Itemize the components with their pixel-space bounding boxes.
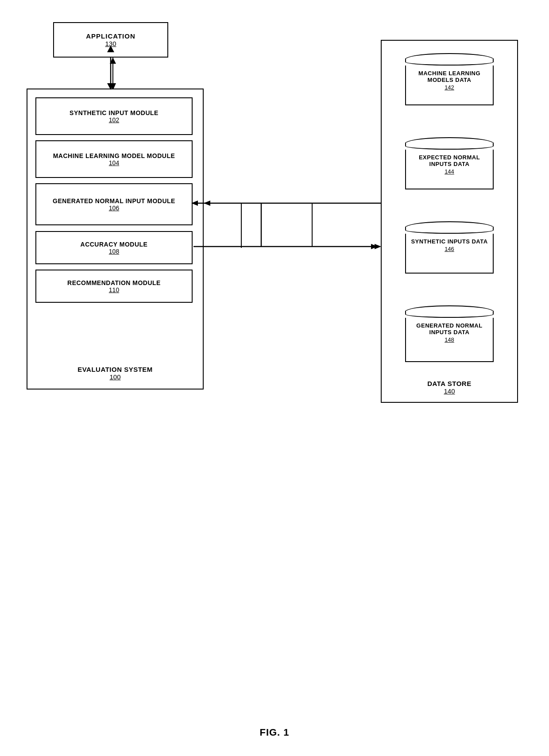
cyl-2-title: EXPECTED NORMAL INPUTS DATA	[408, 154, 491, 167]
cylinder-ml-models-shape: MACHINE LEARNING MODELS DATA 142	[405, 53, 494, 105]
eval-system-ref: 100	[109, 373, 120, 381]
cylinder-generated-normal: GENERATED NORMAL INPUTS DATA 148	[382, 305, 517, 362]
eval-system-label: EVALUATION SYSTEM 100	[27, 366, 203, 381]
cyl-top-4	[405, 305, 494, 318]
data-store-box: MACHINE LEARNING MODELS DATA 142 EXPECTE…	[381, 40, 518, 403]
eval-system-title: EVALUATION SYSTEM	[77, 366, 153, 373]
cyl-top-2	[405, 137, 494, 150]
recommendation-module-box: RECOMMENDATION MODULE 110	[35, 270, 193, 303]
cyl-inner-3	[405, 227, 494, 234]
figure-label: FIG. 1	[0, 727, 549, 738]
synthetic-input-module-box: SYNTHETIC INPUT MODULE 102	[35, 97, 193, 135]
cyl-label-4: GENERATED NORMAL INPUTS DATA 148	[406, 318, 493, 349]
cylinder-synthetic-shape: SYNTHETIC INPUTS DATA 146	[405, 221, 494, 274]
cyl-1-title: MACHINE LEARNING MODELS DATA	[408, 70, 491, 83]
cyl-inner-1	[405, 58, 494, 66]
datastore-title: DATA STORE	[427, 380, 471, 387]
cylinder-generated-shape: GENERATED NORMAL INPUTS DATA 148	[405, 305, 494, 362]
cylinder-expected-shape: EXPECTED NORMAL INPUTS DATA 144	[405, 137, 494, 189]
cyl-label-1: MACHINE LEARNING MODELS DATA 142	[406, 66, 493, 97]
cyl-body-1: MACHINE LEARNING MODELS DATA 142	[405, 66, 494, 105]
cyl-1-ref: 142	[445, 84, 454, 91]
gen-module-ref: 106	[109, 204, 119, 212]
cyl-4-ref: 148	[445, 336, 454, 343]
datastore-arrows	[201, 168, 387, 279]
cyl-2-ref: 144	[445, 168, 454, 175]
datastore-ref: 140	[444, 387, 455, 395]
gen-module-title: GENERATED NORMAL INPUT MODULE	[53, 197, 175, 204]
cylinder-expected-normal: EXPECTED NORMAL INPUTS DATA 144	[382, 137, 517, 189]
cyl-body-4: GENERATED NORMAL INPUTS DATA 148	[405, 318, 494, 362]
recommendation-module-title: RECOMMENDATION MODULE	[67, 279, 161, 286]
ml-model-module-box: MACHINE LEARNING MODEL MODULE 104	[35, 140, 193, 178]
cylinder-synthetic-inputs: SYNTHETIC INPUTS DATA 146	[382, 221, 517, 274]
cyl-body-3: SYNTHETIC INPUTS DATA 146	[405, 234, 494, 274]
cyl-inner-2	[405, 143, 494, 150]
svg-marker-7	[371, 244, 378, 249]
app-eval-arrow	[100, 58, 126, 91]
svg-marker-4	[204, 201, 210, 206]
application-box: APPLICATION 130	[53, 22, 168, 58]
cyl-body-2: EXPECTED NORMAL INPUTS DATA 144	[405, 150, 494, 189]
datastore-label: DATA STORE 140	[382, 380, 517, 395]
cyl-top-3	[405, 221, 494, 234]
cyl-label-3: SYNTHETIC INPUTS DATA 146	[406, 234, 493, 258]
recommendation-module-ref: 110	[109, 286, 119, 293]
gen-normal-module-box: GENERATED NORMAL INPUT MODULE 106	[35, 183, 193, 225]
cylinder-ml-models: MACHINE LEARNING MODELS DATA 142	[382, 53, 517, 105]
ml-module-ref: 104	[109, 159, 119, 166]
synthetic-module-title: SYNTHETIC INPUT MODULE	[70, 109, 159, 116]
synthetic-module-ref: 102	[109, 116, 119, 123]
cyl-4-title: GENERATED NORMAL INPUTS DATA	[408, 322, 491, 336]
cyl-inner-4	[405, 311, 494, 318]
cyl-top-1	[405, 53, 494, 66]
diagram-container: APPLICATION 130 SYNTHETIC INPUT MODULE 1…	[18, 13, 531, 703]
accuracy-module-title: ACCURACY MODULE	[81, 241, 148, 248]
application-ref: 130	[105, 40, 116, 47]
ml-module-title: MACHINE LEARNING MODEL MODULE	[53, 152, 175, 159]
accuracy-module-box: ACCURACY MODULE 108	[35, 231, 193, 264]
cyl-3-ref: 146	[445, 246, 454, 252]
svg-marker-2	[110, 58, 116, 64]
cyl-3-title: SYNTHETIC INPUTS DATA	[411, 238, 487, 245]
accuracy-module-ref: 108	[109, 248, 119, 255]
evaluation-system-box: SYNTHETIC INPUT MODULE 102 MACHINE LEARN…	[27, 89, 204, 390]
application-title: APPLICATION	[86, 32, 135, 40]
cyl-label-2: EXPECTED NORMAL INPUTS DATA 144	[406, 150, 493, 181]
